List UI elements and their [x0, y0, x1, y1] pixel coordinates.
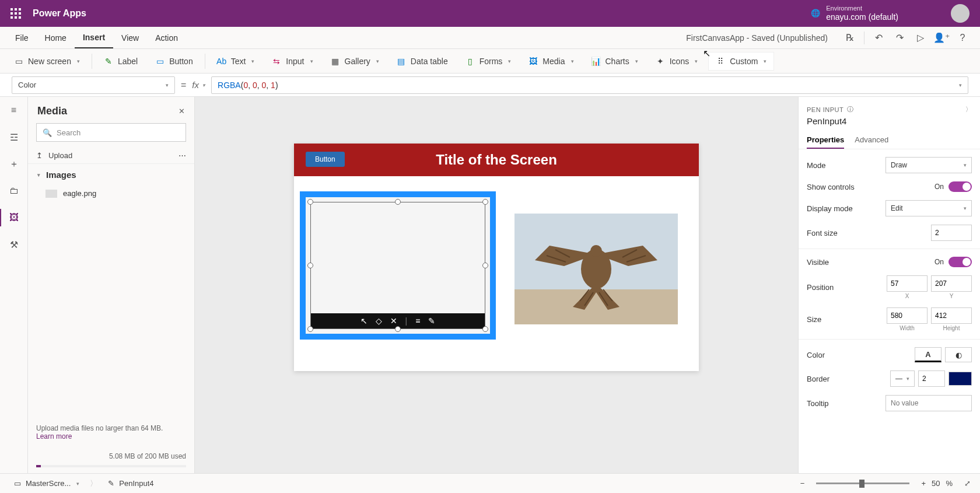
data-icon[interactable]: 🗀	[8, 184, 20, 197]
mode-select[interactable]: Draw▾	[886, 157, 972, 173]
pen-erase-icon[interactable]: ◇	[376, 316, 382, 326]
environment-icon: 🌐	[811, 9, 820, 18]
redo-icon[interactable]: ↷	[889, 27, 910, 48]
resize-handle[interactable]	[307, 326, 313, 332]
new-screen-button[interactable]: ▭New screen▾	[7, 52, 87, 71]
fx-icon[interactable]: fx▾	[192, 80, 205, 90]
equals-icon: =	[181, 80, 186, 90]
images-group[interactable]: ▾Images	[28, 164, 194, 186]
breadcrumb-screen[interactable]: ▭MasterScre...▾	[9, 478, 84, 489]
menu-view[interactable]: View	[113, 27, 147, 48]
media-rail-icon[interactable]: 🖾	[8, 211, 20, 224]
media-file-item[interactable]: eagle.png	[28, 186, 194, 201]
visible-toggle[interactable]	[949, 257, 972, 267]
resize-handle[interactable]	[395, 199, 401, 205]
border-color-swatch[interactable]	[949, 372, 972, 386]
pos-y-input[interactable]	[931, 275, 972, 292]
insert-icon[interactable]: ＋	[8, 158, 20, 170]
menu-file[interactable]: File	[7, 27, 37, 48]
user-avatar[interactable]	[951, 4, 970, 23]
menu-home[interactable]: Home	[37, 27, 75, 48]
displaymode-select[interactable]: Edit▾	[886, 200, 972, 216]
design-canvas[interactable]: Button Title of the Screen ↖ ◇ ✕ | ≡ ✎	[195, 97, 798, 473]
fit-screen-icon[interactable]: ⤢	[964, 479, 971, 488]
pen-small-icon: ✎	[108, 479, 114, 488]
prop-tooltip-label: Tooltip	[807, 399, 829, 408]
app-name: Power Apps	[33, 8, 86, 19]
button-button[interactable]: ▭Button	[148, 52, 200, 71]
custom-dropdown[interactable]: ⠿Custom▾	[708, 52, 774, 71]
close-icon[interactable]: ✕	[178, 107, 185, 116]
font-color-button[interactable]: A	[915, 347, 942, 362]
input-dropdown[interactable]: ⇆Input▾	[265, 52, 320, 71]
border-style-select[interactable]: —▾	[890, 370, 915, 387]
insert-ribbon: ▭New screen▾ ✎Label ▭Button AbText▾ ⇆Inp…	[0, 49, 980, 74]
undo-icon[interactable]: ↶	[868, 27, 889, 48]
app-screen: Button Title of the Screen ↖ ◇ ✕ | ≡ ✎	[294, 144, 699, 371]
svg-point-3	[590, 245, 602, 257]
icons-dropdown[interactable]: ✦Icons▾	[649, 52, 705, 71]
property-selector[interactable]: Color▾	[12, 76, 175, 94]
charts-dropdown[interactable]: 📊Charts▾	[584, 52, 645, 71]
prop-showcontrols-label: Show controls	[807, 183, 855, 191]
media-dropdown[interactable]: 🖼Media▾	[522, 52, 580, 71]
help-icon[interactable]: ?	[952, 27, 973, 48]
pen-select-icon[interactable]: ↖	[360, 316, 368, 326]
datatable-button[interactable]: ▤Data table	[390, 52, 455, 71]
expand-panel-icon[interactable]: 〉	[965, 105, 972, 114]
media-icon: 🖼	[528, 57, 538, 66]
pen-draw-icon[interactable]: ✎	[428, 316, 435, 326]
header-button[interactable]: Button	[306, 152, 345, 167]
pen-input-control[interactable]: ↖ ◇ ✕ | ≡ ✎	[300, 191, 496, 340]
more-icon[interactable]: ⋯	[178, 151, 186, 160]
control-name[interactable]: PenInput4	[799, 116, 980, 132]
pos-x-input[interactable]	[887, 275, 928, 292]
button-icon: ▭	[155, 57, 164, 66]
pen-lines-icon[interactable]: ≡	[415, 316, 420, 326]
border-width-input[interactable]	[918, 370, 945, 387]
menu-action[interactable]: Action	[147, 27, 186, 48]
prop-fontsize-label: Font size	[807, 229, 838, 237]
play-icon[interactable]: ▷	[910, 27, 931, 48]
height-input[interactable]	[931, 307, 972, 324]
chevron-down-icon: ▾	[37, 172, 40, 178]
tree-view-icon[interactable]: ☲	[8, 131, 20, 144]
resize-handle[interactable]	[307, 199, 313, 205]
tab-properties[interactable]: Properties	[807, 132, 844, 149]
upload-button[interactable]: ↥Upload	[36, 151, 72, 160]
eagle-image[interactable]	[514, 214, 678, 324]
resize-handle[interactable]	[482, 199, 488, 205]
menu-insert[interactable]: Insert	[75, 27, 113, 48]
media-search-input[interactable]: 🔍 Search	[36, 123, 186, 142]
forms-dropdown[interactable]: ▯Forms▾	[459, 52, 519, 71]
zoom-in-button[interactable]: +	[921, 479, 926, 488]
expand-formula-icon[interactable]: ▾	[959, 82, 962, 88]
label-button[interactable]: ✎Label	[97, 52, 145, 71]
tab-advanced[interactable]: Advanced	[855, 132, 888, 149]
upload-icon: ↥	[36, 151, 43, 160]
zoom-out-button[interactable]: −	[800, 479, 805, 488]
zoom-slider[interactable]	[816, 482, 909, 484]
showcontrols-toggle[interactable]	[949, 181, 972, 192]
resize-handle[interactable]	[482, 326, 488, 332]
tooltip-input[interactable]	[886, 395, 972, 411]
breadcrumb-control[interactable]: ✎PenInput4	[103, 478, 158, 489]
pen-clear-icon[interactable]: ✕	[390, 316, 397, 326]
text-dropdown[interactable]: AbText▾	[210, 52, 262, 71]
info-icon[interactable]: ⓘ	[847, 105, 854, 114]
app-checker-icon[interactable]: ℞	[839, 27, 860, 48]
environment-picker[interactable]: 🌐 Environment enayu.com (default)	[811, 5, 898, 22]
hamburger-icon[interactable]: ≡	[8, 104, 20, 117]
resize-handle[interactable]	[395, 326, 401, 332]
width-input[interactable]	[887, 307, 928, 324]
learn-more-link[interactable]: Learn more	[36, 432, 72, 440]
resize-handle[interactable]	[307, 263, 313, 268]
resize-handle[interactable]	[482, 263, 488, 268]
fontsize-input[interactable]	[931, 225, 972, 241]
formula-input[interactable]: RGBA(0, 0, 0, 1) ▾	[211, 76, 968, 94]
share-icon[interactable]: 👤⁺	[931, 27, 952, 48]
fill-color-button[interactable]: ◐	[945, 347, 972, 362]
tools-icon[interactable]: ⚒	[8, 238, 20, 251]
gallery-dropdown[interactable]: ▦Gallery▾	[324, 52, 386, 71]
waffle-icon[interactable]	[10, 8, 21, 19]
